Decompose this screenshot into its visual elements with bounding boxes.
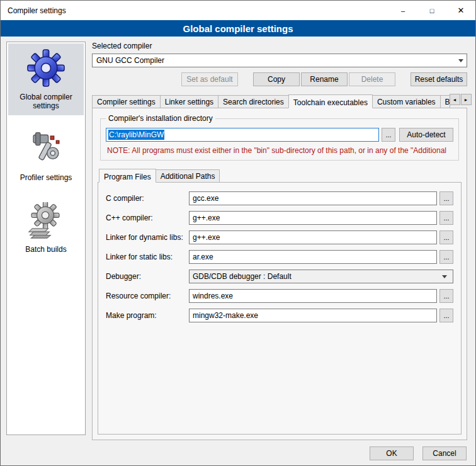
static-linker-input[interactable]: ar.exe	[189, 250, 437, 264]
field-row-static-linker: Linker for static libs: ar.exe ...	[106, 250, 453, 264]
chevron-down-icon	[455, 54, 467, 67]
delete-button[interactable]: Delete	[349, 72, 395, 86]
static-linker-value: ar.exe	[193, 253, 213, 261]
compiler-settings-window: Compiler settings – □ ✕ Global compiler …	[0, 0, 476, 466]
field-row-debugger: Debugger: GDB/CDB debugger : Default	[106, 270, 453, 283]
sidebar-item-label: Profiler settings	[9, 173, 82, 182]
debugger-select[interactable]: GDB/CDB debugger : Default	[189, 270, 453, 283]
tab-linker-settings[interactable]: Linker settings	[160, 95, 218, 108]
sidebar-item-global-compiler-settings[interactable]: Global compiler settings	[8, 43, 84, 115]
browse-directory-button[interactable]: ...	[382, 128, 395, 142]
browse-button[interactable]: ...	[439, 309, 453, 322]
dynamic-linker-input[interactable]: g++.exe	[189, 230, 437, 244]
tab-scroll-left-icon[interactable]: ◄	[450, 94, 460, 105]
browse-button[interactable]: ...	[439, 211, 453, 225]
ok-button[interactable]: OK	[370, 446, 414, 460]
dialog-header-title: Global compiler settings	[183, 23, 293, 34]
field-label: Debugger:	[106, 270, 189, 283]
browse-button[interactable]: ...	[439, 289, 453, 303]
dialog-footer: OK Cancel	[370, 446, 467, 460]
field-label: Make program:	[106, 309, 189, 322]
field-label: Linker for dynamic libs:	[106, 230, 189, 244]
field-row-c-compiler: C compiler: gcc.exe ...	[106, 191, 453, 205]
browse-button[interactable]: ...	[439, 191, 453, 205]
field-label: C compiler:	[106, 191, 189, 205]
reset-defaults-button[interactable]: Reset defaults	[411, 72, 467, 86]
dialog-header: Global compiler settings	[1, 20, 475, 37]
browse-button[interactable]: ...	[439, 250, 453, 264]
window-controls: – □ ✕	[388, 1, 475, 20]
field-label: C++ compiler:	[106, 211, 189, 225]
close-button[interactable]: ✕	[446, 1, 475, 20]
maximize-button[interactable]: □	[417, 1, 446, 20]
subtab-program-files[interactable]: Program Files	[99, 169, 156, 183]
field-row-resource-compiler: Resource compiler: windres.exe ...	[106, 289, 453, 303]
make-program-input[interactable]: mingw32-make.exe	[189, 309, 437, 322]
set-as-default-button[interactable]: Set as default	[181, 72, 238, 86]
tab-scroll-right-icon[interactable]: ►	[461, 94, 472, 105]
copy-button[interactable]: Copy	[253, 72, 300, 86]
tab-custom-variables[interactable]: Custom variables	[372, 95, 441, 108]
sidebar-item-profiler-settings[interactable]: Profiler settings	[8, 124, 84, 187]
tab-toolchain-executables[interactable]: Toolchain executables	[288, 94, 373, 108]
gray-gear-stack-icon	[9, 200, 82, 241]
program-files-panel: C compiler: gcc.exe ... C++ compiler: g+…	[98, 182, 462, 435]
chevron-down-icon	[439, 275, 450, 278]
cpp-compiler-input[interactable]: g++.exe	[189, 211, 437, 225]
settings-sidebar: Global compiler settings Profiler sett	[6, 42, 86, 435]
minimize-button[interactable]: –	[388, 1, 417, 20]
compiler-actions: Set as default Copy Rename Delete Reset …	[92, 72, 467, 86]
auto-detect-button[interactable]: Auto-detect	[399, 128, 453, 142]
installation-directory-group: Compiler's installation directory C:\ray…	[100, 118, 459, 161]
tab-compiler-settings[interactable]: Compiler settings	[92, 95, 161, 108]
tab-search-directories[interactable]: Search directories	[218, 95, 289, 108]
installation-directory-value: C:\raylib\MinGW	[108, 130, 164, 140]
resource-compiler-value: windres.exe	[193, 292, 233, 300]
field-row-cpp-compiler: C++ compiler: g++.exe ...	[106, 211, 453, 225]
resource-compiler-input[interactable]: windres.exe	[189, 289, 437, 303]
field-row-dynamic-linker: Linker for dynamic libs: g++.exe ...	[106, 230, 453, 244]
titlebar: Compiler settings – □ ✕	[1, 1, 475, 20]
profiler-tool-icon	[9, 128, 82, 169]
programs-subtabstrip: Program Files Additional Paths	[99, 168, 462, 182]
sidebar-item-batch-builds[interactable]: Batch builds	[8, 196, 84, 259]
toolchain-executables-panel: Compiler's installation directory C:\ray…	[92, 108, 467, 440]
make-program-value: mingw32-make.exe	[193, 311, 258, 320]
compiler-tabstrip: Compiler settings Linker settings Search…	[92, 94, 467, 108]
tab-scroll-controls: ◄ ►	[450, 94, 472, 105]
c-compiler-input[interactable]: gcc.exe	[189, 191, 437, 205]
c-compiler-value: gcc.exe	[193, 194, 218, 203]
installation-directory-input[interactable]: C:\raylib\MinGW	[106, 128, 379, 142]
sidebar-item-label: Batch builds	[9, 245, 82, 254]
sidebar-item-label: Global compiler settings	[9, 93, 82, 110]
selected-compiler-label: Selected compiler	[92, 42, 467, 50]
cpp-compiler-value: g++.exe	[193, 213, 220, 222]
debugger-value: GDB/CDB debugger : Default	[193, 272, 292, 281]
main-panel: Selected compiler GNU GCC Compiler Set a…	[92, 42, 467, 440]
installation-directory-group-title: Compiler's installation directory	[106, 114, 215, 123]
selected-compiler-value: GNU GCC Compiler	[96, 56, 164, 65]
browse-button[interactable]: ...	[439, 230, 453, 244]
window-title: Compiler settings	[1, 6, 66, 15]
blue-gear-icon	[9, 47, 82, 89]
field-label: Resource compiler:	[106, 289, 189, 303]
directory-note: NOTE: All programs must exist either in …	[107, 146, 452, 155]
dynamic-linker-value: g++.exe	[193, 233, 220, 242]
field-label: Linker for static libs:	[106, 250, 189, 264]
tab-build-options[interactable]: Buil	[440, 95, 450, 108]
field-row-make-program: Make program: mingw32-make.exe ...	[106, 309, 453, 322]
cancel-button[interactable]: Cancel	[422, 446, 467, 460]
selected-compiler-dropdown[interactable]: GNU GCC Compiler	[92, 54, 467, 67]
rename-button[interactable]: Rename	[301, 72, 348, 86]
subtab-additional-paths[interactable]: Additional Paths	[156, 169, 220, 182]
installation-directory-row: C:\raylib\MinGW ... Auto-detect	[106, 128, 453, 142]
